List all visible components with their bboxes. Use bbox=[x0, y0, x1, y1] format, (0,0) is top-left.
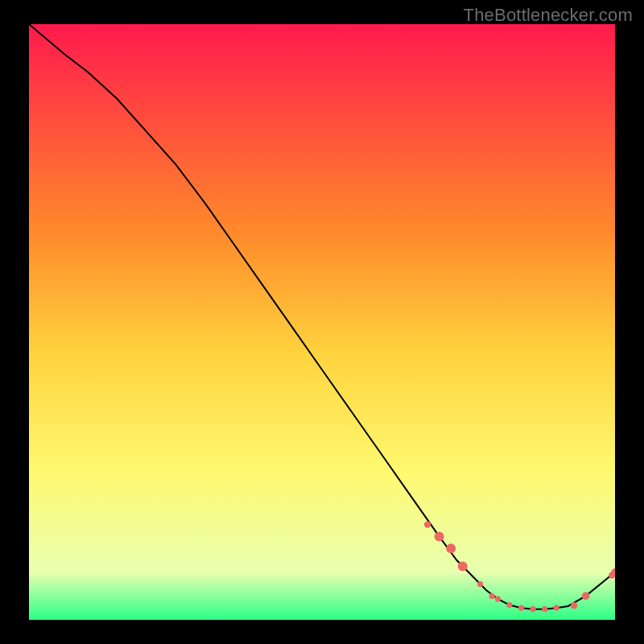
data-marker bbox=[506, 602, 512, 608]
data-marker bbox=[424, 521, 431, 527]
data-marker bbox=[477, 581, 483, 587]
data-marker bbox=[435, 531, 444, 541]
data-marker bbox=[495, 597, 501, 602]
data-marker bbox=[554, 605, 559, 611]
data-marker bbox=[446, 543, 456, 553]
data-marker bbox=[489, 593, 495, 599]
attribution-label: TheBottlenecker.com bbox=[464, 5, 633, 26]
gradient-background bbox=[29, 24, 615, 620]
data-marker bbox=[571, 602, 577, 609]
bottleneck-chart bbox=[29, 24, 615, 620]
data-marker bbox=[582, 592, 590, 601]
data-marker bbox=[542, 606, 547, 612]
chart-container bbox=[29, 24, 615, 620]
data-marker bbox=[458, 561, 468, 571]
data-marker bbox=[518, 605, 524, 611]
data-marker bbox=[530, 606, 535, 612]
